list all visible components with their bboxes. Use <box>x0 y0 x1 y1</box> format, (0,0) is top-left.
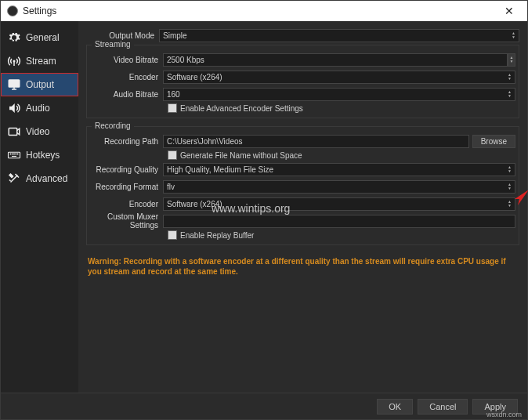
stream-encoder-select[interactable]: Software (x264) ▲▼ <box>163 71 515 84</box>
chevron-updown-icon: ▲▼ <box>508 200 512 208</box>
sidebar-item-label: Stream <box>26 56 56 67</box>
sidebar-item-output[interactable]: Output <box>1 73 78 96</box>
video-icon <box>7 125 21 139</box>
recording-format-label: Recording Format <box>90 183 163 191</box>
antenna-icon <box>7 54 21 68</box>
chevron-updown-icon: ▲▼ <box>508 90 512 98</box>
gear-icon <box>7 31 21 45</box>
streaming-group: Streaming Video Bitrate 2500 Kbps ▲▼ Enc… <box>86 45 519 118</box>
chevron-updown-icon: ▲▼ <box>508 165 512 173</box>
output-mode-select[interactable]: Simple ▲▼ <box>159 29 519 42</box>
svg-point-8 <box>12 154 13 154</box>
video-bitrate-spinner[interactable]: ▲▼ <box>508 53 515 67</box>
content-panel: Output Mode Simple ▲▼ Streaming Video Bi… <box>78 21 527 393</box>
sidebar-item-label: Advanced <box>26 173 67 184</box>
svg-point-9 <box>14 154 15 154</box>
sidebar-item-label: Output <box>26 79 54 90</box>
gen-filename-label: Generate File Name without Space <box>180 151 302 160</box>
warning-text: Warning: Recording with a software encod… <box>86 253 519 280</box>
recording-path-input[interactable]: C:\Users\John\Videos <box>163 135 469 148</box>
speaker-icon <box>7 101 21 115</box>
sidebar-item-audio[interactable]: Audio <box>1 96 78 120</box>
recording-format-select[interactable]: flv ▲▼ <box>163 180 515 194</box>
sidebar-item-label: Audio <box>26 103 50 114</box>
window-title: Settings <box>23 5 56 16</box>
sidebar-item-hotkeys[interactable]: Hotkeys <box>1 143 78 167</box>
audio-bitrate-select[interactable]: 160 ▲▼ <box>163 88 515 101</box>
svg-point-7 <box>10 154 11 154</box>
replay-buffer-checkbox[interactable] <box>168 230 177 240</box>
svg-rect-2 <box>9 80 20 87</box>
svg-rect-6 <box>9 152 20 158</box>
close-icon[interactable]: ✕ <box>497 5 521 17</box>
chevron-updown-icon: ▲▼ <box>508 73 512 81</box>
chevron-updown-icon: ▲▼ <box>508 183 512 190</box>
sidebar-item-label: General <box>26 32 60 43</box>
ok-button[interactable]: OK <box>377 399 413 415</box>
cancel-button[interactable]: Cancel <box>418 399 468 415</box>
svg-point-10 <box>16 154 16 154</box>
recording-quality-select[interactable]: High Quality, Medium File Size ▲▼ <box>163 163 515 176</box>
replay-buffer-label: Enable Replay Buffer <box>180 231 254 240</box>
gen-filename-checkbox[interactable] <box>168 150 177 160</box>
footer: OK Cancel Apply <box>1 393 527 419</box>
audio-bitrate-label: Audio Bitrate <box>90 90 163 99</box>
monitor-icon <box>7 78 21 92</box>
sidebar: General Stream Output Audio Video Hotkey… <box>1 21 78 393</box>
sidebar-item-video[interactable]: Video <box>1 120 78 143</box>
recording-encoder-label: Encoder <box>90 200 163 208</box>
recording-path-label: Recording Path <box>90 137 163 146</box>
sidebar-item-label: Hotkeys <box>26 150 60 161</box>
tools-icon <box>7 172 21 186</box>
video-bitrate-input[interactable]: 2500 Kbps <box>163 53 508 67</box>
sidebar-item-stream[interactable]: Stream <box>1 49 78 73</box>
sidebar-item-label: Video <box>26 126 49 137</box>
sidebar-item-advanced[interactable]: Advanced <box>1 167 78 190</box>
recording-title: Recording <box>92 121 134 130</box>
recording-quality-label: Recording Quality <box>90 165 163 174</box>
muxer-input[interactable] <box>163 215 515 228</box>
keyboard-icon <box>7 148 21 162</box>
muxer-label: Custom Muxer Settings <box>90 212 163 230</box>
app-icon <box>7 5 18 16</box>
video-bitrate-label: Video Bitrate <box>90 56 163 64</box>
apply-button[interactable]: Apply <box>472 399 518 415</box>
enable-advanced-label: Enable Advanced Encoder Settings <box>180 104 303 113</box>
sidebar-item-general[interactable]: General <box>1 26 78 49</box>
settings-window: Settings ✕ General Stream Output Audio <box>0 0 528 420</box>
chevron-updown-icon: ▲▼ <box>512 31 515 39</box>
streaming-title: Streaming <box>92 40 134 49</box>
recording-group: Recording Recording Path C:\Users\John\V… <box>86 126 519 245</box>
svg-point-11 <box>17 154 18 154</box>
stream-encoder-label: Encoder <box>90 73 163 81</box>
recording-encoder-select[interactable]: Software (x264) ▲▼ <box>163 197 515 211</box>
enable-advanced-checkbox[interactable] <box>168 103 177 113</box>
output-mode-label: Output Mode <box>86 31 159 40</box>
svg-rect-5 <box>9 129 17 136</box>
browse-button[interactable]: Browse <box>472 135 515 148</box>
titlebar: Settings ✕ <box>1 1 527 21</box>
